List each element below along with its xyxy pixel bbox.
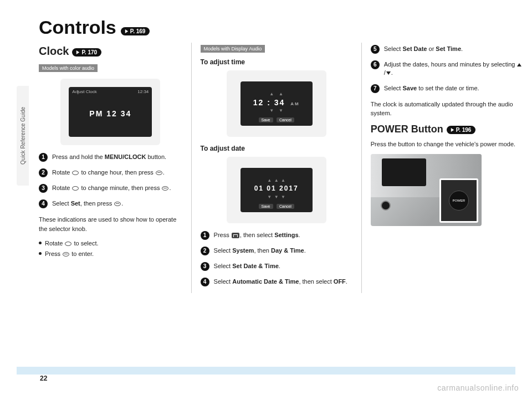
power-heading-text: POWER Button [371,124,443,135]
power-page-ref: P. 196 [447,126,476,134]
col1-steps: 1 Press and hold the MENU/CLOCK button. … [39,153,182,208]
step-number: 6 [371,60,380,69]
clock-page-ref: P. 170 [72,48,101,57]
press-knob-icon [162,186,168,191]
display-audio-time-image: ▲ ▲ 12 : 34 AM ▼ ▼ Save Cancel [227,70,326,137]
col1-step-4: 4 Select Set, then press . [39,199,182,208]
col1-step-2: 2 Rotate to change hour, then press . [39,168,182,177]
step-number: 5 [371,45,380,54]
down-arrows-icon: ▼ ▼ [241,108,313,113]
step-number: 3 [39,184,48,193]
col1-postnote: These indications are used to show how t… [39,215,182,233]
bullet-text: Press to enter. [45,249,94,259]
down-arrows-icon: ▼ ▼ ▼ [241,194,313,199]
step-number: 2 [39,168,48,177]
screen-time: 12:34 [137,89,149,94]
press-knob-icon [156,171,162,175]
adjust-time-heading: To adjust time [201,58,352,66]
color-audio-screen: Adjust Clock 12:34 PM 12 34 [69,87,152,137]
column-2: Models with Display Audio To adjust time… [192,43,362,293]
col2-steps: 1 Press , then select Settings. 2 Select… [201,231,352,286]
step-number: 4 [201,278,209,286]
arrow-icon [124,29,129,34]
triangle-up-icon [517,63,521,66]
clock-ref-text: P. 170 [81,49,97,55]
content-columns: Clock P. 170 Models with color audio Adj… [0,43,532,293]
bullet-dot-icon [39,242,42,244]
step-text: Select Set Date or Set Time. [384,45,463,53]
power-label: POWER [452,199,465,202]
col3-steps: 5 Select Set Date or Set Time. 6 Adjust … [371,45,523,93]
col2-step-2: 2 Select System, then Day & Time. [201,247,352,255]
col3-step-5: 5 Select Set Date or Set Time. [371,45,523,54]
up-arrows-icon: ▲ ▲ ▲ [241,178,313,183]
rotate-knob-icon [72,171,79,175]
footer-accent-bar [17,367,515,375]
clock-heading: Clock P. 170 [39,45,182,58]
step-text: Select Set Date & Time. [214,262,280,270]
clock-heading-text: Clock [39,45,69,58]
step-text: Adjust the dates, hours and minutes by s… [384,60,523,78]
step-text: Press , then select Settings. [214,231,300,239]
arrow-icon [450,127,455,132]
save-btn: Save [259,117,273,122]
screen-buttons: Save Cancel [241,203,313,209]
display-audio-date-screen: ▲ ▲ ▲ 01 01 2017 ▼ ▼ ▼ Save Cancel [241,168,313,212]
rotate-knob-icon [65,242,71,246]
date-digits: 01 01 2017 [241,184,313,192]
step-text: Rotate to change hour, then press . [52,168,165,177]
triangle-down-icon [386,71,391,75]
col2-step-1: 1 Press , then select Settings. [201,231,352,240]
col1-step-3: 3 Rotate to change minute, then press . [39,184,182,193]
step-text: Press and hold the MENU/CLOCK button. [52,153,166,161]
power-subnote: Press the button to change the vehicle's… [371,140,523,149]
display-audio-time-screen: ▲ ▲ 12 : 34 AM ▼ ▼ Save Cancel [241,81,313,126]
step-number: 1 [39,153,48,162]
watermark: carmanualsonline.info [437,383,519,392]
power-button-photo: POWER [371,154,482,226]
screen-main-digits: PM 12 34 [69,109,152,118]
bullet-item: Press to enter. [39,249,182,259]
power-button-small [381,201,391,211]
side-tab: Quick Reference Guide [17,86,29,186]
adjust-date-heading: To adjust date [201,145,352,152]
cancel-btn: Cancel [277,204,294,209]
step-text: Select Set, then press . [52,199,123,208]
model-label-display-audio: Models with Display Audio [201,45,265,53]
side-tab-label: Quick Reference Guide [20,107,26,165]
col3-step-7: 7 Select Save to set the date or time. [371,84,523,93]
col1-step-1: 1 Press and hold the MENU/CLOCK button. [39,153,182,162]
page-title: Controls P. 169 [39,17,532,38]
title-ref-text: P. 169 [130,28,146,34]
step-text: Select Save to set the date or time. [384,84,479,93]
title-page-ref: P. 169 [121,27,150,35]
press-knob-icon [114,202,121,206]
col2-step-4: 4 Select Automatic Date & Time, then sel… [201,278,352,286]
clock-auto-note: The clock is automatically updated throu… [371,100,523,118]
step-number: 2 [201,247,209,255]
screen-title: Adjust Clock [72,89,96,94]
col3-step-6: 6 Adjust the dates, hours and minutes by… [371,60,523,78]
power-button-inset: POWER [439,178,478,223]
model-label-color-audio: Models with color audio [39,64,98,72]
screen-titlebar: Adjust Clock 12:34 [72,89,149,94]
step-text: Select System, then Day & Time. [214,247,306,255]
arrow-icon [75,50,80,55]
power-button-heading: POWER Button P. 196 [371,124,523,135]
color-audio-device-image: Adjust Clock 12:34 PM 12 34 [60,79,160,145]
time-digits: 12 : 34 AM [241,98,313,107]
step-text: Select Automatic Date & Time, then selec… [214,278,347,286]
bullet-item: Rotate to select. [39,239,182,248]
step-number: 4 [39,199,48,208]
home-button-icon [232,233,239,238]
col2-step-3: 3 Select Set Date & Time. [201,262,352,271]
title-text: Controls [39,17,116,38]
power-ref-text: P. 196 [456,127,472,133]
col1-bullets: Rotate to select. Press to enter. [39,239,182,258]
screen-buttons: Save Cancel [241,117,313,122]
bullet-dot-icon [39,252,42,255]
rotate-knob-icon [72,186,79,191]
page-number: 22 [40,375,47,382]
bullet-text: Rotate to select. [45,239,99,248]
column-3: 5 Select Set Date or Set Time. 6 Adjust … [362,43,532,293]
